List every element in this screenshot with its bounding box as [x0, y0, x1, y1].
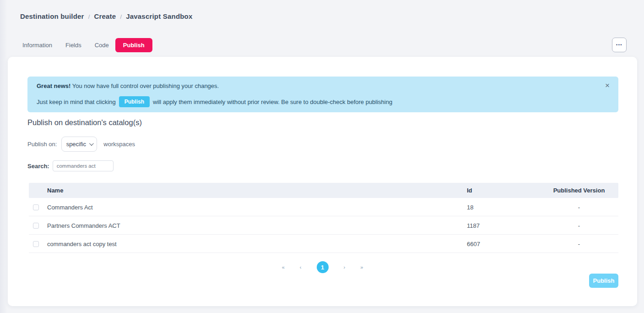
info-banner: Great news! You now have full control ov… [27, 77, 618, 112]
last-page-button[interactable]: » [360, 264, 363, 270]
breadcrumb-item-destination-builder[interactable]: Destination builder [20, 12, 84, 20]
cell-name: Partners Commanders ACT [47, 222, 120, 229]
breadcrumb-separator: / [120, 13, 122, 20]
column-header-published-version: Published Version [547, 187, 611, 194]
cell-published-version: - [547, 241, 611, 247]
more-options-button[interactable]: ••• [612, 38, 627, 52]
breadcrumb-item-javascript-sandbox[interactable]: Javascript Sandbox [126, 12, 192, 20]
banner-text-after-badge: will apply them immediately without prio… [153, 99, 392, 105]
tab-publish[interactable]: Publish [115, 38, 152, 52]
cell-published-version: - [547, 222, 611, 229]
first-page-button[interactable]: « [282, 264, 285, 270]
breadcrumb: Destination builder/Create/Javascript Sa… [20, 12, 193, 20]
table-row: commanders act copy test 6607 - [29, 235, 618, 253]
prev-page-button[interactable]: ‹ [300, 264, 302, 270]
banner-text: You now have full control over publishin… [70, 82, 219, 89]
workspaces-select-value: specific [66, 141, 86, 148]
search-row: Search: [27, 160, 114, 171]
tab-fields[interactable]: Fields [65, 42, 81, 49]
row-checkbox[interactable] [33, 241, 39, 247]
page: Destination builder/Create/Javascript Sa… [0, 0, 644, 313]
publish-badge: Publish [119, 96, 150, 107]
publish-button[interactable]: Publish [589, 274, 618, 288]
workspaces-label: workspaces [103, 141, 135, 148]
main-card: Great news! You now have full control ov… [8, 57, 637, 306]
pagination: « ‹ 1 › » [8, 261, 637, 273]
search-input[interactable] [53, 160, 114, 171]
section-title: Publish on destination's catalog(s) [27, 118, 142, 127]
ellipsis-icon: ••• [616, 43, 622, 47]
publish-on-label: Publish on: [27, 141, 57, 148]
publish-on-row: Publish on: specific workspaces [27, 137, 135, 152]
cell-published-version: - [547, 204, 611, 211]
tab-bar: Information Fields Code Publish [22, 38, 152, 52]
table-row: Partners Commanders ACT 1187 - [29, 216, 618, 235]
table-row: Commanders Act 18 - [29, 198, 618, 216]
workspaces-table: Name Id Published Version Commanders Act… [29, 183, 618, 253]
search-label: Search: [27, 163, 49, 170]
cell-name: Commanders Act [47, 204, 93, 211]
next-page-button[interactable]: › [344, 264, 346, 270]
breadcrumb-item-create[interactable]: Create [94, 12, 116, 20]
tab-information[interactable]: Information [22, 42, 52, 49]
banner-line-2: Just keep in mind that clicking Publish … [37, 96, 392, 107]
tab-code[interactable]: Code [95, 42, 109, 49]
cell-name: commanders act copy test [47, 241, 117, 247]
table-header: Name Id Published Version [29, 183, 618, 198]
cell-id: 1187 [467, 222, 480, 229]
banner-text-before-badge: Just keep in mind that clicking [37, 99, 116, 105]
breadcrumb-separator: / [88, 13, 90, 20]
workspaces-select[interactable]: specific [61, 137, 97, 152]
current-page-button[interactable]: 1 [317, 261, 329, 273]
chevron-down-icon [89, 141, 94, 146]
banner-line-1: Great news! You now have full control ov… [37, 82, 219, 89]
row-checkbox[interactable] [33, 223, 39, 229]
cell-id: 18 [467, 204, 473, 211]
row-checkbox[interactable] [33, 204, 39, 210]
column-header-id: Id [467, 187, 472, 194]
cell-id: 6607 [467, 241, 480, 247]
column-header-name: Name [47, 187, 63, 194]
banner-bold-text: Great news! [37, 82, 70, 89]
close-icon[interactable]: × [605, 82, 610, 89]
